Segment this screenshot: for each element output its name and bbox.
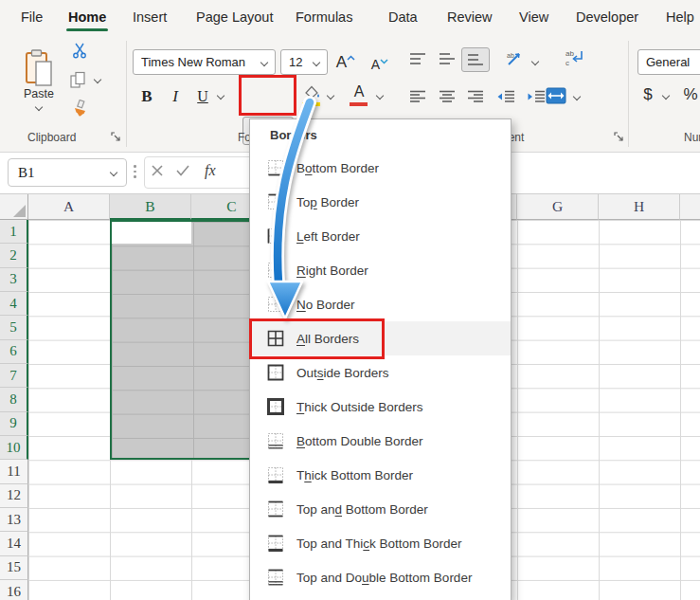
align-center-button[interactable] bbox=[439, 90, 456, 103]
row-header-15[interactable]: 15 bbox=[0, 556, 28, 580]
fill-color-button[interactable] bbox=[301, 83, 322, 100]
column-header-G[interactable]: G bbox=[517, 194, 599, 220]
paste-button[interactable]: Paste bbox=[11, 38, 66, 121]
number-format-combo[interactable]: General bbox=[637, 49, 700, 75]
row-header-12[interactable]: 12 bbox=[0, 484, 28, 508]
orientation-chevron[interactable] bbox=[531, 58, 539, 65]
column-header-A[interactable]: A bbox=[28, 194, 110, 220]
menu-item-left-border[interactable]: Left Border bbox=[250, 219, 511, 253]
menu-item-label: Top and Double Bottom Border bbox=[296, 571, 472, 585]
clipboard-icon bbox=[25, 49, 53, 87]
merge-center-chevron[interactable] bbox=[573, 93, 581, 100]
font-name-chevron bbox=[260, 58, 268, 65]
select-all-corner[interactable] bbox=[0, 194, 28, 220]
column-header-B[interactable]: B bbox=[110, 194, 191, 220]
row-header-9[interactable]: 9 bbox=[0, 412, 28, 436]
font-size-value: 12 bbox=[289, 55, 302, 69]
menu-item-top-border[interactable]: Top Border bbox=[250, 185, 511, 219]
merge-center-button[interactable] bbox=[546, 87, 566, 104]
alignment-dialog-launcher-icon[interactable] bbox=[614, 132, 624, 142]
underline-button[interactable]: U bbox=[195, 85, 210, 108]
column-header-H[interactable]: H bbox=[599, 194, 680, 220]
menu-item-bottom-border[interactable]: Bottom Border bbox=[250, 151, 511, 185]
row-header-7[interactable]: 7 bbox=[0, 364, 28, 388]
underline-dropdown-chevron[interactable] bbox=[217, 92, 224, 100]
decrease-font-size-button[interactable]: A bbox=[368, 53, 392, 76]
name-box-chevron[interactable] bbox=[110, 169, 117, 176]
menu-item-thick-outside-borders[interactable]: Thick Outside Borders bbox=[250, 390, 511, 424]
font-color-button[interactable]: A bbox=[350, 82, 368, 101]
tab-home[interactable]: Home bbox=[68, 0, 106, 33]
fill-color-chevron[interactable] bbox=[327, 92, 334, 100]
row-header-1[interactable]: 1 bbox=[0, 220, 28, 244]
italic-button[interactable]: I bbox=[169, 85, 182, 108]
font-name-combo[interactable]: Times New Roman bbox=[133, 49, 276, 75]
increase-font-size-button[interactable]: A bbox=[333, 51, 358, 74]
wrap-text-button[interactable]: ab c bbox=[565, 48, 585, 67]
column-header-I[interactable]: I bbox=[680, 194, 700, 220]
format-painter-button[interactable] bbox=[70, 98, 91, 118]
row-header-6[interactable]: 6 bbox=[0, 340, 28, 364]
row-header-16[interactable]: 16 bbox=[0, 580, 28, 600]
x-icon bbox=[152, 165, 163, 176]
border-top-double-bottom-icon bbox=[267, 569, 284, 586]
align-top-button[interactable] bbox=[409, 52, 426, 65]
border-all-icon bbox=[267, 330, 284, 347]
menu-item-all-borders[interactable]: All Borders bbox=[250, 321, 511, 355]
menu-item-thick-bottom-border[interactable]: Thick Bottom Border bbox=[250, 458, 511, 492]
align-top-icon bbox=[409, 52, 426, 65]
row-header-14[interactable]: 14 bbox=[0, 532, 28, 555]
border-thick-outside-icon bbox=[267, 398, 284, 415]
align-left-button[interactable] bbox=[409, 90, 426, 103]
align-right-button[interactable] bbox=[467, 90, 484, 103]
enter-button[interactable] bbox=[176, 165, 189, 176]
row-header-3[interactable]: 3 bbox=[0, 268, 28, 292]
increase-indent-button[interactable] bbox=[527, 90, 546, 103]
row-header-2[interactable]: 2 bbox=[0, 244, 28, 267]
tab-help[interactable]: Help bbox=[666, 0, 694, 33]
font-size-combo[interactable]: 12 bbox=[280, 49, 328, 75]
align-bottom-button[interactable] bbox=[461, 47, 490, 72]
row-header-13[interactable]: 13 bbox=[0, 508, 28, 532]
row-header-8[interactable]: 8 bbox=[0, 388, 28, 411]
align-bottom-icon bbox=[467, 53, 484, 66]
row-header-5[interactable]: 5 bbox=[0, 316, 28, 339]
align-middle-button[interactable] bbox=[439, 52, 456, 65]
number-group-label: Number bbox=[684, 131, 700, 144]
tab-developer[interactable]: Developer bbox=[576, 0, 638, 33]
excel-window: FileHomeInsertPage LayoutFormulasDataRev… bbox=[0, 0, 700, 600]
menu-item-top-and-double-bottom-border[interactable]: Top and Double Bottom Border bbox=[250, 560, 511, 594]
currency-format-button[interactable]: $ bbox=[640, 83, 655, 106]
tab-insert[interactable]: Insert bbox=[133, 0, 167, 33]
percent-format-button[interactable]: % bbox=[682, 83, 699, 106]
tab-review[interactable]: Review bbox=[447, 0, 493, 33]
tab-formulas[interactable]: Formulas bbox=[296, 0, 352, 33]
tab-file[interactable]: File bbox=[21, 0, 43, 33]
font-color-bar bbox=[350, 102, 368, 106]
row-header-11[interactable]: 11 bbox=[0, 460, 28, 483]
name-box[interactable]: B1 bbox=[8, 158, 127, 187]
menu-item-top-and-thick-bottom-border[interactable]: Top and Thick Bottom Border bbox=[250, 526, 511, 560]
font-color-chevron[interactable] bbox=[376, 92, 384, 100]
copy-button[interactable] bbox=[68, 69, 87, 90]
menu-item-bottom-double-border[interactable]: Bottom Double Border bbox=[250, 424, 511, 458]
tab-data[interactable]: Data bbox=[388, 0, 418, 33]
currency-format-chevron[interactable] bbox=[662, 92, 670, 100]
orientation-button[interactable]: ab bbox=[506, 50, 525, 67]
cancel-button[interactable] bbox=[152, 165, 163, 176]
tab-page-layout[interactable]: Page Layout bbox=[196, 0, 273, 33]
row-header-4[interactable]: 4 bbox=[0, 292, 28, 316]
copy-dropdown-chevron[interactable] bbox=[94, 76, 101, 83]
clipboard-dialog-launcher-icon[interactable] bbox=[111, 132, 121, 142]
menu-item-right-border[interactable]: Right Border bbox=[250, 253, 511, 287]
bold-button[interactable]: B bbox=[138, 85, 155, 108]
row-header-10[interactable]: 10 bbox=[0, 436, 28, 460]
insert-function-button[interactable]: fx bbox=[205, 162, 216, 179]
decrease-indent-button[interactable] bbox=[496, 90, 515, 103]
menu-item-outside-borders[interactable]: Outside Borders bbox=[250, 355, 511, 390]
menu-item-no-border[interactable]: No Border bbox=[250, 287, 511, 321]
tab-view[interactable]: View bbox=[519, 0, 548, 33]
cut-button[interactable] bbox=[70, 41, 89, 60]
paste-dropdown-chevron[interactable] bbox=[35, 103, 43, 111]
menu-item-top-and-bottom-border[interactable]: Top and Bottom Border bbox=[250, 492, 511, 526]
